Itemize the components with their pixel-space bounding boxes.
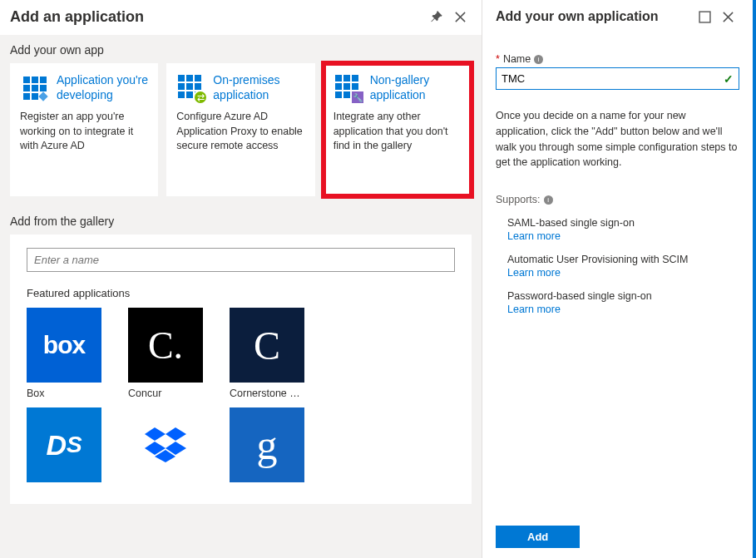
tile-docusign[interactable]: DS [27, 407, 101, 482]
card-title: Non-gallery application [370, 73, 462, 103]
card-desc: Register an app you're working on to int… [20, 110, 148, 154]
close-icon[interactable] [448, 5, 472, 28]
pin-icon[interactable] [425, 5, 448, 28]
gallery-search-input[interactable] [27, 248, 455, 272]
add-application-blade: Add an application Add your own app Appl… [0, 0, 482, 558]
blade-body[interactable]: Add your own app Application you're deve… [0, 35, 482, 558]
concur-logo-icon: C. [128, 308, 203, 383]
name-input-wrap: ✓ [496, 67, 739, 90]
own-app-cards: Application you're developing Register a… [0, 63, 482, 206]
svg-rect-5 [699, 12, 710, 22]
card-title: On-premises application [213, 73, 304, 103]
card-desc: Integrate any other application that you… [334, 110, 462, 154]
learn-more-link[interactable]: Learn more [507, 230, 739, 242]
support-item-password: Password-based single sign-on Learn more [507, 290, 739, 315]
required-star-icon: * [496, 53, 500, 65]
svg-marker-1 [166, 427, 186, 441]
valid-check-icon: ✓ [724, 72, 734, 86]
info-icon[interactable]: i [544, 195, 553, 205]
dropbox-logo-icon [128, 407, 203, 482]
blade-title: Add an application [10, 8, 425, 26]
tile-label: Box [27, 388, 101, 399]
non-gallery-icon: 🔧 [334, 73, 363, 103]
tile-cornerstone[interactable]: C Cornerstone O... [230, 308, 304, 399]
support-item-scim: Automatic User Provisioning with SCIM Le… [507, 254, 739, 279]
right-blade-header: Add your own application [496, 0, 739, 35]
blade-header: Add an application [0, 0, 482, 35]
tile-label: Cornerstone O... [230, 388, 304, 399]
name-field-label: * Name i [496, 53, 739, 65]
name-input[interactable] [497, 68, 739, 89]
supports-label: Supports: [496, 194, 541, 205]
support-title: SAML-based single sign-on [507, 217, 739, 229]
card-desc: Configure Azure AD Application Proxy to … [176, 110, 304, 154]
own-app-header: Add your own app [0, 35, 482, 63]
card-non-gallery[interactable]: 🔧 Non-gallery application Integrate any … [324, 63, 472, 196]
tile-row-2: DS g [27, 407, 455, 482]
add-button[interactable]: Add [496, 526, 580, 548]
tile-box[interactable]: box Box [27, 308, 101, 399]
cornerstone-logo-icon: C [230, 308, 304, 383]
add-own-application-blade: Add your own application * Name i ✓ Once… [482, 0, 756, 558]
info-icon[interactable]: i [534, 55, 543, 64]
svg-marker-0 [145, 427, 166, 441]
google-logo-icon: g [230, 407, 304, 482]
support-title: Password-based single sign-on [507, 290, 739, 302]
box-logo-icon: box [27, 308, 101, 383]
help-text: Once you decide on a name for your new a… [496, 108, 739, 170]
supports-header: Supports: i [496, 194, 739, 205]
card-title: Application you're developing [57, 73, 148, 103]
gallery-header: Add from the gallery [0, 206, 482, 235]
app-dev-icon [20, 73, 50, 103]
gallery-box: Featured applications box Box C. Concur … [10, 235, 472, 504]
support-title: Automatic User Provisioning with SCIM [507, 254, 739, 265]
card-on-premises[interactable]: ⇄ On-premises application Configure Azur… [166, 63, 314, 196]
tile-google[interactable]: g [230, 407, 304, 482]
close-icon[interactable] [716, 5, 739, 28]
card-app-developing[interactable]: Application you're developing Register a… [10, 63, 158, 196]
tile-row-1: box Box C. Concur C Cornerstone O... [27, 308, 455, 399]
tile-label: Concur [128, 388, 203, 399]
support-item-saml: SAML-based single sign-on Learn more [507, 217, 739, 242]
featured-label: Featured applications [27, 287, 455, 299]
docusign-logo-icon: DS [27, 407, 101, 482]
tile-dropbox[interactable] [128, 407, 203, 482]
right-blade-title: Add your own application [496, 9, 693, 24]
learn-more-link[interactable]: Learn more [507, 304, 739, 315]
name-label-text: Name [503, 53, 531, 65]
tile-concur[interactable]: C. Concur [128, 308, 203, 399]
on-prem-icon: ⇄ [176, 73, 206, 103]
maximize-icon[interactable] [693, 5, 716, 28]
learn-more-link[interactable]: Learn more [507, 267, 739, 279]
